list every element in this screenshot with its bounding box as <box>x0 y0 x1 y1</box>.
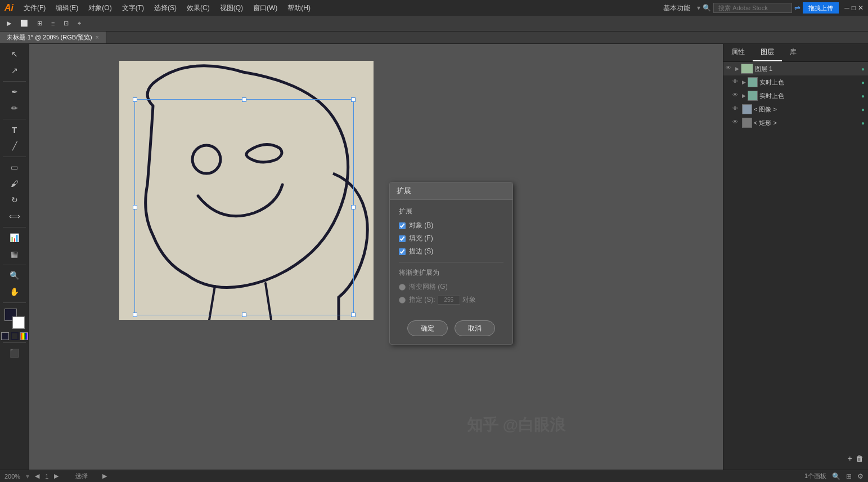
dialog-ok-button[interactable]: 确定 <box>407 320 448 336</box>
play-btn[interactable]: ▶ <box>102 472 107 480</box>
checkbox-fill[interactable] <box>399 235 406 242</box>
sublayer2-name: 实时上色 <box>759 92 860 100</box>
pencil-tool-icon[interactable]: ✏ <box>7 100 23 116</box>
background-color[interactable] <box>12 316 25 329</box>
hand-tool-icon[interactable]: ✋ <box>7 284 23 300</box>
toolbar-icon-1[interactable]: ⬜ <box>17 19 32 28</box>
layer-group-row[interactable]: 👁 ▶ 图层 1 ● <box>723 62 868 75</box>
menu-select[interactable]: 选择(S) <box>150 2 181 14</box>
window-min-icon[interactable]: ─ <box>844 4 849 12</box>
radio-specify-label: 指定 (S): <box>409 295 435 305</box>
cc-search-icon: 🔍 <box>703 4 711 12</box>
toolbar-icon-3[interactable]: ≡ <box>48 19 58 28</box>
menu-object[interactable]: 对象(O) <box>84 2 116 14</box>
nav-num: 1 <box>45 473 48 480</box>
radio-mesh[interactable] <box>399 284 406 291</box>
menu-type[interactable]: 文字(T) <box>118 2 149 14</box>
tab-close-icon[interactable]: × <box>96 34 99 41</box>
toolbar-icon-2[interactable]: ⊞ <box>34 19 46 28</box>
expand-arrow-icon[interactable]: ▶ <box>735 66 739 72</box>
status-grid-icon[interactable]: ⊞ <box>846 472 852 480</box>
dialog-divider <box>399 262 503 262</box>
sublayer4-name: < 矩形 > <box>754 119 860 127</box>
nav-next[interactable]: ▶ <box>54 472 59 480</box>
direct-select-icon[interactable]: ↗ <box>7 63 23 78</box>
checkbox-object[interactable] <box>399 222 406 229</box>
add-layer-icon[interactable]: + <box>848 454 852 463</box>
sublayer1-expand-icon[interactable]: ▶ <box>742 79 746 85</box>
radio-specify[interactable] <box>399 297 406 304</box>
status-settings-icon[interactable]: ⚙ <box>857 472 863 480</box>
window-close-icon[interactable]: ✕ <box>858 4 863 12</box>
upload-button[interactable]: 拖拽上传 <box>803 2 839 14</box>
sublayer-3[interactable]: 👁 < 图像 > ● <box>723 102 868 116</box>
tab-layers[interactable]: 图层 <box>753 44 782 61</box>
stroke-icon[interactable] <box>11 332 19 340</box>
status-search-icon[interactable]: 🔍 <box>832 472 840 480</box>
reflect-tool-icon[interactable]: ⟺ <box>7 208 23 224</box>
selection-tool-icon[interactable]: ↖ <box>7 46 23 62</box>
pen-tool-icon[interactable]: ✒ <box>7 84 23 100</box>
paintbrush-tool-icon[interactable]: 🖌 <box>7 176 23 191</box>
dialog-cancel-button[interactable]: 取消 <box>455 320 495 336</box>
sublayer3-thumb <box>742 104 752 114</box>
checkbox-fill-row: 填充 (F) <box>399 234 503 243</box>
sublayer1-name: 实时上色 <box>759 78 860 87</box>
sublayer2-vis-icon[interactable]: 👁 <box>732 92 740 100</box>
menu-view[interactable]: 视图(Q) <box>215 2 248 14</box>
graph-tool-icon[interactable]: 📊 <box>7 230 23 246</box>
toolbar-icon-4[interactable]: ⊡ <box>60 19 72 28</box>
sublayer2-expand-icon[interactable]: ▶ <box>742 93 746 99</box>
artboard-tool-icon[interactable]: ⬛ <box>7 345 23 361</box>
layer-visibility-icon[interactable]: 👁 <box>726 65 734 73</box>
line-tool-icon[interactable]: ╱ <box>7 138 23 154</box>
menu-help[interactable]: 帮助(H) <box>283 2 315 14</box>
sublayer1-circle: ● <box>861 79 865 86</box>
title-bar-right: 基本功能 ▾ 🔍 ⇌ 拖拽上传 ─ □ ✕ <box>659 0 868 16</box>
rotate-tool-icon[interactable]: ↻ <box>7 192 23 208</box>
search-stock-input[interactable] <box>713 3 792 13</box>
sublayer1-vis-icon[interactable]: 👁 <box>732 78 740 86</box>
gradient-icon[interactable] <box>20 332 28 340</box>
sublayer4-vis-icon[interactable]: 👁 <box>732 119 740 127</box>
bar-chart-icon[interactable]: ▦ <box>7 246 23 262</box>
window-max-icon[interactable]: □ <box>852 4 856 12</box>
sublayer-2[interactable]: 👁 ▶ 实时上色 ● <box>723 89 868 102</box>
zoom-tool-icon[interactable]: 🔍 <box>7 267 23 283</box>
menu-file[interactable]: 文件(F) <box>19 2 50 14</box>
delete-layer-icon[interactable]: 🗑 <box>856 454 863 463</box>
preset-label[interactable]: 基本功能 <box>659 2 695 14</box>
toolbar-icon-5[interactable]: ⌖ <box>74 19 84 28</box>
zoom-level: 200% <box>5 473 20 480</box>
checkbox-object-row: 对象 (B) <box>399 221 503 230</box>
cc-exchange-icon: ⇌ <box>794 4 800 12</box>
sublayer-4[interactable]: 👁 < 矩形 > ● <box>723 116 868 130</box>
tab-properties[interactable]: 属性 <box>723 44 753 61</box>
shape-tool-icon[interactable]: ▭ <box>7 159 23 175</box>
document-tab[interactable]: 未标题-1* @ 200% (RGB/预览) × <box>0 32 106 43</box>
sublayer-1[interactable]: 👁 ▶ 实时上色 ● <box>723 75 868 89</box>
radio-mesh-row: 渐变网格 (G) <box>399 282 503 292</box>
sublayer3-name: < 图像 > <box>754 105 860 114</box>
layers-panel-controls: + 🗑 <box>845 452 866 465</box>
checkbox-stroke-label: 描边 (S) <box>409 247 433 256</box>
dialog-footer: 确定 取消 <box>390 315 512 344</box>
canvas-area[interactable]: 扩展 扩展 对象 (B) 填充 (F) 描边 (S) <box>29 44 723 470</box>
tab-library[interactable]: 库 <box>782 44 804 61</box>
checkbox-fill-label: 填充 (F) <box>409 234 433 243</box>
menu-edit[interactable]: 编辑(E) <box>51 2 83 14</box>
sublayer1-thumb <box>748 77 758 87</box>
checkbox-stroke[interactable] <box>399 248 406 255</box>
fill-icon[interactable] <box>1 332 9 340</box>
menu-window[interactable]: 窗口(W) <box>249 2 282 14</box>
type-tool-icon[interactable]: T <box>7 122 23 137</box>
color-swatches[interactable] <box>5 309 25 329</box>
toolbar-row: ▶ ⬜ ⊞ ≡ ⊡ ⌖ <box>0 16 868 32</box>
toolbar-selection-tool[interactable]: ▶ <box>3 19 15 28</box>
nav-prev[interactable]: ◀ <box>35 472 39 480</box>
menu-effect[interactable]: 效果(C) <box>182 2 214 14</box>
watermark: 知乎 @白眼浪 <box>467 414 565 436</box>
specify-value-input[interactable] <box>438 296 460 305</box>
expand-dialog[interactable]: 扩展 扩展 对象 (B) 填充 (F) 描边 (S) <box>389 182 513 345</box>
sublayer3-vis-icon[interactable]: 👁 <box>732 105 740 113</box>
